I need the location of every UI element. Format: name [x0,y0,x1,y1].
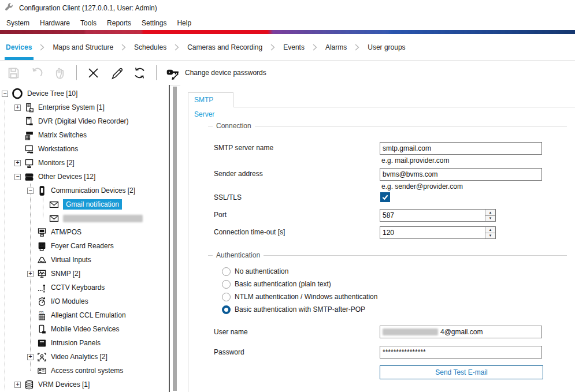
tree-expander-plus-icon[interactable]: + [14,382,21,388]
tree-item-label: I/O Modules [51,297,88,305]
edit-button[interactable] [110,66,123,80]
tree-item-other-devices-12[interactable]: −Other Devices [12] [0,170,169,184]
key-pencil-icon [166,66,180,80]
tree-item-mobile-video-services[interactable]: Mobile Video Services [0,322,169,336]
nav-tab-cameras-and-recording[interactable]: Cameras and Recording [186,41,264,54]
timeout-input[interactable] [380,227,485,238]
auth-option-label: No authentication [235,267,288,275]
tree-expander-plus-icon[interactable]: + [27,271,34,277]
ssl-tls-checkbox[interactable] [380,192,390,202]
menu-item-tools[interactable]: Tools [75,17,102,29]
radio-button[interactable] [222,267,231,276]
chevron-right-icon [121,44,126,51]
chevron-right-icon [313,44,317,51]
tree-item-label: Workstations [38,145,78,153]
tree-expander-plus-icon[interactable]: + [27,354,34,360]
tree-item-dvr-digital-video-recorder[interactable]: DVR (Digital Video Recorder) [0,114,169,128]
tree-item-enterprise-system-1[interactable]: +Enterprise System [1] [0,100,169,114]
tab-strip-line [233,107,575,107]
smtp-server-hint: e.g. mail.provider.com [381,156,449,165]
tree-item-label: Gmail notification [63,199,122,210]
tab-smtp-server[interactable]: SMTP Server [188,92,233,107]
timeout-label: Connection time-out [s] [214,226,285,238]
menu-item-help[interactable]: Help [172,17,196,29]
tree-item-matrix-switches[interactable]: Matrix Switches [0,128,169,142]
tree-item-communication-devices-2[interactable]: −Communication Devices [2] [0,184,169,197]
change-passwords-button[interactable]: Change device passwords [166,66,266,80]
menu-bar: SystemHardwareToolsReportsSettingsHelp [0,16,575,30]
tree-item-monitors-2[interactable]: +Monitors [2] [0,156,169,170]
spin-up-icon[interactable]: ▲ [485,227,495,233]
port-input[interactable] [380,210,485,221]
menu-item-system[interactable]: System [1,17,35,29]
tree-item-access-control-systems[interactable]: Access control systems [0,364,169,378]
timeout-spin-buttons: ▲ ▼ [485,227,495,238]
smtp-settings-panel: SMTP Server Connection SMTP server name … [180,85,575,392]
tree-item-label: Mobile Video Services [51,325,120,333]
refresh-button[interactable] [133,66,146,80]
ccl-emulation-icon [37,311,47,320]
nav-tab-maps-and-structure[interactable]: Maps and Structure [51,41,114,54]
tree-item-allegiant-ccl-emulation[interactable]: Allegiant CCL Emulation [0,308,169,322]
atm-pos-icon [37,227,47,237]
auth-option-basic-authentication-plain-text[interactable]: Basic authentication (plain text) [222,279,331,289]
tree-item-label: CCTV Keyboards [51,283,105,292]
io-module-icon [37,297,47,307]
menu-item-reports[interactable]: Reports [102,17,136,29]
menu-item-settings[interactable]: Settings [136,17,172,29]
tree-item-label: Other Devices [12] [38,173,95,181]
tree-item-atm-pos[interactable]: ATM/POS [0,225,169,239]
user-name-input[interactable]: 4@gmail.com [380,326,542,338]
auth-option-ntlm-authentication-windows-authentication[interactable]: NTLM authentication / Windows authentica… [222,292,377,301]
auth-option-no-authentication[interactable]: No authentication [222,267,288,276]
radio-button[interactable] [222,280,231,289]
undo-icon [30,66,43,80]
nav-tab-schedules[interactable]: Schedules [133,41,168,54]
tree-expander-plus-icon[interactable]: + [14,160,21,166]
tree-item-i-o-modules[interactable]: I/O Modules [0,294,169,308]
tree-expander-minus-icon[interactable]: − [27,188,34,194]
tree-item-video-analytics-2[interactable]: +Video Analytics [2] [0,350,169,364]
tree-item-device-tree-10[interactable]: −Device Tree [10] [0,87,169,100]
nav-tab-events[interactable]: Events [282,41,306,54]
undo-button[interactable] [30,66,43,80]
nav-tab-devices[interactable]: Devices [5,41,33,54]
ssl-tls-label: SSL/TLS [214,191,242,204]
activate-button[interactable] [53,66,66,80]
tree-item-redacted-email[interactable] [0,211,169,225]
app-wrench-icon [4,3,14,13]
envelope-icon [49,200,59,210]
tree-item-snmp-2[interactable]: +SNMP [2] [0,267,169,281]
tree-item-virtual-inputs[interactable]: Virtual Inputs [0,253,169,267]
vrm-database-icon [24,380,34,390]
tree-expander-minus-icon[interactable]: − [2,91,8,97]
radio-button-selected[interactable] [222,305,231,314]
panel-splitter[interactable] [169,85,170,392]
spin-down-icon[interactable]: ▼ [485,216,495,222]
tree-item-vrm-devices-1[interactable]: +VRM Devices [1] [0,378,169,391]
spin-up-icon[interactable]: ▲ [485,210,495,216]
smtp-server-name-input[interactable] [380,142,542,155]
auth-option-basic-authentication-with-smtp-after-pop[interactable]: Basic authentication with SMTP-after-POP [222,305,365,314]
chevron-right-icon [40,44,44,51]
tree-item-intrusion-panels[interactable]: Intrusion Panels [0,336,169,350]
spin-down-icon[interactable]: ▼ [485,233,495,239]
send-test-email-button[interactable]: Send Test E-mail [380,365,543,379]
delete-button[interactable] [87,66,100,80]
radio-button[interactable] [222,293,231,301]
tree-scrollbar-thumb[interactable] [173,87,177,391]
nav-tab-alarms[interactable]: Alarms [324,41,348,54]
save-button[interactable] [7,66,20,80]
tree-item-gmail-notification[interactable]: Gmail notification [0,197,169,211]
nav-tab-user-groups[interactable]: User groups [366,41,406,54]
tree-item-foyer-card-readers[interactable]: Foyer Card Readers [0,239,169,253]
tree-item-workstations[interactable]: Workstations [0,142,169,156]
tree-expander-plus-icon[interactable]: + [14,104,21,111]
tree-item-cctv-keyboards[interactable]: CCTV Keyboards [0,281,169,294]
sender-address-input[interactable] [380,168,542,181]
workflow-tab-bar: DevicesMaps and StructureSchedulesCamera… [0,34,575,61]
tab-page-left-border [188,107,188,392]
menu-item-hardware[interactable]: Hardware [35,17,75,29]
tree-expander-minus-icon[interactable]: − [14,174,21,180]
password-input[interactable] [380,346,542,359]
